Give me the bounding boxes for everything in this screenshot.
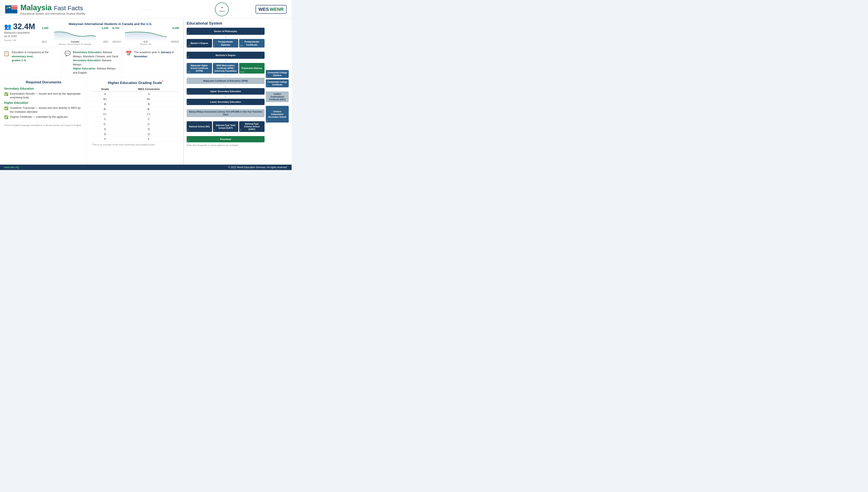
edu-system-wrapper: Doctor of Philosophy 3 ↑ Master's Degree… bbox=[187, 28, 289, 142]
header-subtitle: Educational System and International Stu… bbox=[20, 12, 85, 15]
moe-box: MOE Matriculation Certificate (KPM) / Un… bbox=[213, 63, 238, 74]
higher-doc-text-1: Academic Transcript — issued and sent di… bbox=[10, 106, 83, 114]
elem-edu-label: Elementary Education: bbox=[73, 51, 102, 54]
comm-diploma-label: Community College Diploma bbox=[267, 71, 287, 77]
edu-footer: Note: Not all awards or study patterns a… bbox=[187, 144, 289, 147]
required-docs-section: Required Documents Secondary Education ✅… bbox=[0, 77, 87, 165]
footer-website[interactable]: wenr.wes.org bbox=[4, 166, 19, 169]
canada-chart-labels: 2012 Canada 2021 bbox=[42, 41, 108, 43]
upper-secondary-num: 2 bbox=[187, 92, 188, 94]
grade-cell: B bbox=[92, 101, 119, 106]
conversion-cell: B bbox=[119, 101, 179, 106]
higher-edu-doc-title: Higher Education bbox=[4, 101, 83, 104]
check-icon-2: ✅ bbox=[4, 106, 8, 114]
comm-cert-num: 2 bbox=[266, 84, 268, 87]
us-chart-source: Source: IIE bbox=[112, 43, 179, 45]
grade-cell: C bbox=[92, 117, 119, 122]
stpm-num: 1.5 bbox=[187, 71, 190, 73]
svg-text:🗺: 🗺 bbox=[221, 7, 223, 9]
uec-label: Unified Examinations Certificate (UEC) bbox=[267, 93, 287, 101]
masters-row: Master's Degree 1-2 Postgraduate Diploma… bbox=[187, 39, 264, 48]
map-circle: 🗺Malaysia bbox=[214, 2, 229, 18]
us-chart: 6,743 5,280 bbox=[112, 26, 179, 45]
wes-logo: WES WENR bbox=[256, 5, 287, 14]
comm-cert-label: Community College Certificate bbox=[267, 81, 287, 86]
canada-chart-area bbox=[42, 30, 108, 41]
uplbm-box: Bahasa Melayu Assessment Literacy Test (… bbox=[187, 109, 264, 117]
people-icon: 👥 bbox=[4, 23, 11, 30]
polytechnic-num: 3-3.5 bbox=[240, 71, 244, 73]
grade-row: AA bbox=[92, 92, 179, 97]
grade-row: FF bbox=[92, 137, 179, 142]
arrow-upper-sec: ↑ bbox=[187, 95, 264, 98]
national-school-box: National School (SK) 6 bbox=[187, 121, 212, 132]
postgrad-diploma-num: 1 bbox=[214, 45, 215, 47]
grade-row: BB bbox=[92, 101, 179, 106]
grade-row: DD bbox=[92, 131, 179, 137]
uec-box: Unified Examinations Certificate (UEC) bbox=[266, 92, 289, 102]
population-box: 👥 32.4M Malaysia's population as of 2020… bbox=[4, 22, 37, 45]
grade-row: B+B+ bbox=[92, 97, 179, 101]
uplbm-label: Bahasa Melayu Assessment Literacy Test (… bbox=[188, 110, 263, 116]
tamil-school-label: National-Type Tamil School (SJKT) bbox=[214, 124, 237, 129]
conversion-cell: B+ bbox=[119, 97, 179, 101]
header-left: 🌙⭐ Malaysia Fast Facts Educational Syste… bbox=[5, 3, 85, 15]
grade-cell: B- bbox=[92, 106, 119, 112]
arrow-spm: ↑ bbox=[187, 84, 264, 88]
lower-secondary-num: 3 bbox=[187, 102, 188, 105]
edu-right-column: Community College Diploma 1 Community Co… bbox=[266, 28, 289, 142]
info-box-compulsory: 📋 Education is compulsory at the element… bbox=[0, 48, 61, 77]
bottom-half: Required Documents Secondary Education ✅… bbox=[0, 77, 183, 165]
lower-secondary-label: Lower Secondary Education bbox=[210, 100, 241, 103]
conversion-cell: F bbox=[119, 137, 179, 142]
grade-cell: C+ bbox=[92, 112, 119, 117]
title-fastfacts: Fast Facts bbox=[54, 5, 83, 11]
national-school-num: 6 bbox=[187, 129, 188, 131]
wenr-text: WENR bbox=[270, 7, 284, 12]
lower-secondary-box: Lower Secondary Education 3 bbox=[187, 99, 264, 105]
upper-secondary-label: Upper Secondary Education bbox=[210, 90, 241, 93]
higher-doc-item-1: ✅ Academic Transcript — issued and sent … bbox=[4, 106, 83, 114]
moe-label: MOE Matriculation Certificate (KPM) / Un… bbox=[214, 64, 237, 72]
calendar-icon: 📅 bbox=[126, 51, 132, 56]
arrow-uplbm: ↑ bbox=[187, 118, 264, 121]
left-panel: 👥 32.4M Malaysia's population as of 2020… bbox=[0, 19, 183, 165]
postgrad-diploma-box: Postgraduate Diploma 1 bbox=[213, 39, 238, 48]
info-text-compulsory: Education is compulsory at the elementar… bbox=[12, 50, 58, 63]
required-docs-title: Required Documents bbox=[4, 80, 83, 84]
canada-chart: 1,540 1,150 bbox=[42, 26, 108, 45]
footer-copyright: © 2022 World Education Services. All rig… bbox=[228, 166, 287, 169]
postgrad-cert-num: 0.5 bbox=[240, 45, 243, 47]
grade-cell: D bbox=[92, 126, 119, 131]
arrow-preuni: ↑ bbox=[187, 74, 264, 77]
canada-chart-source: Source: Government of Canada bbox=[42, 43, 108, 45]
population-source: Source: UN bbox=[4, 39, 37, 42]
jan-label: January bbox=[161, 51, 171, 54]
tamil-school-num: 6 bbox=[214, 129, 215, 131]
bachelors-label: Bachelor's Degree bbox=[215, 54, 236, 57]
grading-title: Higher Education Grading Scale* bbox=[92, 80, 179, 85]
masters-label: Master's Degree bbox=[190, 42, 208, 45]
svg-text:World Map: World Map bbox=[142, 8, 150, 10]
postgrad-cert-box: Postgraduate Certificate 0.5 bbox=[239, 39, 264, 48]
us-chart-values: 6,743 5,280 bbox=[112, 26, 179, 30]
arrow-primary: ↑ bbox=[187, 132, 264, 136]
grading-section: Higher Education Grading Scale* Grade WE… bbox=[87, 77, 183, 165]
info-text-languages: Elementary Education: Bahasa Melayu, Man… bbox=[73, 50, 119, 75]
check-icon-1: ✅ bbox=[4, 92, 8, 99]
wes-text: WES bbox=[258, 7, 269, 12]
arrow-masters: ↑ bbox=[187, 48, 264, 51]
grade-cell: F bbox=[92, 137, 119, 142]
malaysia-flag: 🌙⭐ bbox=[5, 5, 18, 14]
chinese-school-label: National-Type Chinese School (SJKC) bbox=[241, 123, 263, 131]
postgrad-cert-label: Postgraduate Certificate bbox=[241, 40, 263, 46]
charts-container: 1,540 1,150 bbox=[42, 26, 179, 45]
canada-chart-values: 1,540 1,150 bbox=[42, 26, 108, 30]
polytechnic-label: Polytechnic Diploma bbox=[241, 67, 262, 70]
asterisk: * bbox=[162, 80, 163, 83]
grade-cell: A bbox=[92, 92, 119, 97]
compulsory-highlight: elementary level,grades 1–6. bbox=[12, 55, 33, 62]
title-malaysia: Malaysia bbox=[20, 3, 52, 12]
comm-cert-box: Community College Certificate 2 bbox=[266, 79, 289, 87]
info-row: 📋 Education is compulsory at the element… bbox=[0, 48, 183, 77]
